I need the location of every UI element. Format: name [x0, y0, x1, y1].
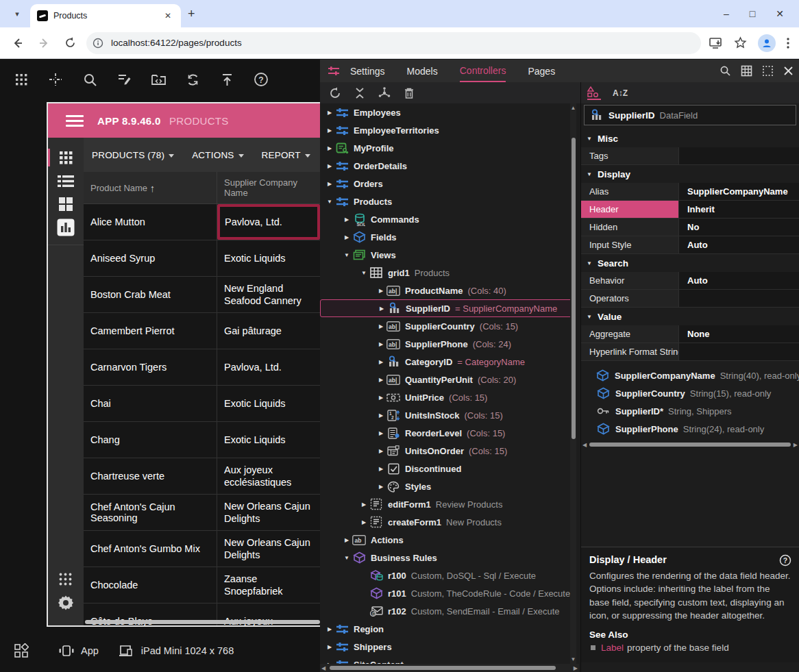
- tree-node-products[interactable]: ▼Products: [320, 192, 574, 210]
- column-header-product-name[interactable]: Product Name ↑: [84, 172, 217, 203]
- tree-node-employeeterritories[interactable]: ▶EmployeeTerritories: [320, 121, 574, 139]
- device-preset-icon[interactable]: [118, 644, 136, 658]
- expand-arrow-icon[interactable]: ▶: [376, 323, 386, 329]
- alphabetical-view-icon[interactable]: A↕Z: [613, 88, 628, 98]
- tab-close-icon[interactable]: ✕: [162, 10, 174, 22]
- help-question-icon[interactable]: ?: [779, 554, 791, 567]
- expand-arrow-icon[interactable]: ▼: [341, 555, 352, 561]
- base-field-supplierid-[interactable]: SupplierID*String, Shippers: [581, 402, 799, 420]
- designer-tab-models[interactable]: Models: [407, 60, 438, 82]
- apps-dashboard-icon[interactable]: [11, 643, 32, 658]
- tree-node-sitecontent[interactable]: ▶SiteContent: [320, 656, 574, 664]
- column-header-supplier[interactable]: Supplier Company Name: [217, 172, 320, 203]
- table-row[interactable]: ChaiExotic Liquids: [84, 386, 320, 422]
- property-value[interactable]: No: [679, 219, 799, 236]
- table-row[interactable]: Carnarvon TigersPavlova, Ltd.: [84, 349, 320, 386]
- tree-node-editform1[interactable]: ▶editForm1Review Products: [320, 495, 574, 513]
- settings-gear-icon[interactable]: [52, 591, 79, 614]
- refresh-icon[interactable]: [328, 86, 342, 100]
- designer-search-icon[interactable]: [720, 65, 731, 77]
- app-mode-label[interactable]: App: [81, 645, 99, 656]
- table-row[interactable]: ChangExotic Liquids: [84, 422, 320, 458]
- table-row[interactable]: Chef Anton's Gumbo MixNew Orleans Cajun …: [84, 531, 320, 567]
- designer-close-icon[interactable]: [783, 66, 794, 76]
- expand-arrow-icon[interactable]: ▶: [376, 341, 386, 347]
- section-search[interactable]: ▼Search: [581, 254, 799, 272]
- expand-arrow-icon[interactable]: ▼: [341, 252, 352, 258]
- tree-node-styles[interactable]: ▶Styles: [320, 477, 574, 495]
- tree-node-commands[interactable]: ▶SQLCommands: [320, 210, 574, 228]
- new-tab-button[interactable]: +: [188, 7, 195, 21]
- search-icon[interactable]: [81, 71, 99, 88]
- expand-arrow-icon[interactable]: ▶: [358, 501, 369, 508]
- base-field-suppliercompanyname[interactable]: SupplierCompanyNameString(40), read-only: [581, 366, 799, 384]
- expand-arrow-icon[interactable]: ▶: [376, 484, 386, 490]
- property-row-input-style[interactable]: Input StyleAuto: [581, 236, 799, 254]
- menu-report[interactable]: REPORT: [262, 150, 310, 160]
- tree-node-r102[interactable]: @r102Custom, SendEmail - Email / Execute: [320, 602, 574, 620]
- section-misc[interactable]: ▼Misc: [581, 129, 799, 147]
- folder-code-icon[interactable]: [149, 71, 167, 88]
- section-collapse-icon[interactable]: ▼: [581, 260, 598, 266]
- expand-arrow-icon[interactable]: ▶: [341, 216, 352, 223]
- browser-tab[interactable]: Products ✕: [30, 4, 181, 27]
- profile-avatar[interactable]: [758, 34, 776, 52]
- section-collapse-icon[interactable]: ▼: [581, 314, 598, 320]
- expand-arrow-icon[interactable]: ▶: [324, 145, 335, 151]
- maximize-button[interactable]: □: [750, 8, 755, 19]
- base-field-supplierphone[interactable]: SupplierPhoneString(24), read-only: [581, 420, 799, 438]
- tree-node-grid1[interactable]: ▼grid1Products: [320, 264, 574, 282]
- tree-node-actions[interactable]: ▶abActions: [320, 531, 574, 549]
- tree-node-employees[interactable]: ▶Employees: [320, 103, 574, 121]
- expand-arrow-icon[interactable]: ▶: [376, 288, 386, 294]
- forward-button[interactable]: [36, 35, 52, 51]
- expand-arrow-icon[interactable]: ▶: [376, 448, 386, 454]
- tree-node-orders[interactable]: ▶Orders: [320, 175, 574, 192]
- tree-node-discontinued[interactable]: ▶Discontinued: [320, 460, 574, 477]
- property-value[interactable]: Inherit: [679, 201, 799, 218]
- table-row[interactable]: Aniseed SyrupExotic Liquids: [84, 240, 320, 277]
- designer-tab-settings[interactable]: Settings: [350, 60, 385, 82]
- table-row[interactable]: Chef Anton's Cajun SeasoningNew Orleans …: [84, 495, 320, 531]
- expand-arrow-icon[interactable]: ▶: [324, 163, 335, 169]
- nav-list-view-icon[interactable]: [52, 169, 79, 192]
- expand-arrow-icon[interactable]: ▶: [376, 306, 387, 312]
- tree-node-views[interactable]: ▼Views: [320, 246, 574, 264]
- table-row[interactable]: Alice MuttonPavlova, Ltd.: [84, 204, 320, 240]
- tree-node-orderdetails[interactable]: ▶OrderDetails: [320, 157, 574, 175]
- property-row-header[interactable]: HeaderInherit: [581, 201, 799, 219]
- menu-products-78[interactable]: PRODUCTS (78): [92, 150, 174, 160]
- expand-arrow-icon[interactable]: ▶: [376, 412, 386, 419]
- designer-table-view-icon[interactable]: [741, 65, 752, 77]
- hamburger-menu-icon[interactable]: [66, 112, 84, 129]
- close-button[interactable]: ✕: [776, 8, 784, 19]
- tree-node-createform1[interactable]: ▶createForm1New Products: [320, 513, 574, 531]
- expand-arrow-icon[interactable]: ▶: [324, 127, 335, 134]
- expand-arrow-icon[interactable]: ▼: [324, 199, 335, 205]
- preview-horizontal-scrollbar[interactable]: [85, 620, 320, 624]
- nav-chart-view-icon[interactable]: [52, 216, 79, 239]
- apps-grid-icon[interactable]: [12, 71, 30, 88]
- tree-node-shippers[interactable]: ▶Shippers: [320, 638, 574, 656]
- tree-horizontal-scrollbar[interactable]: ◀ ▶: [320, 664, 579, 672]
- expand-arrow-icon[interactable]: ▶: [376, 377, 386, 383]
- tree-node-reorderlevel[interactable]: ▶ReorderLevel(Cols: 15): [320, 424, 574, 442]
- url-text[interactable]: localhost:64122/pages/products: [111, 38, 242, 48]
- expand-arrow-icon[interactable]: ▶: [358, 519, 369, 525]
- section-value[interactable]: ▼Value: [581, 308, 799, 325]
- address-bar[interactable]: localhost:64122/pages/products: [86, 32, 701, 54]
- back-button[interactable]: [10, 35, 26, 51]
- install-app-icon[interactable]: [709, 37, 723, 49]
- section-collapse-icon[interactable]: ▼: [581, 136, 598, 142]
- nav-cards-view-icon[interactable]: [52, 192, 79, 216]
- base-field-suppliercountry[interactable]: SupplierCountryString(15), read-only: [581, 384, 799, 402]
- property-value[interactable]: Auto: [679, 272, 799, 289]
- tree-node-productname[interactable]: ▶ab|ProductName(Cols: 40): [320, 282, 574, 299]
- menu-actions[interactable]: ACTIONS: [192, 150, 243, 160]
- publish-icon[interactable]: [218, 71, 236, 88]
- expand-arrow-icon[interactable]: ▶: [341, 537, 352, 543]
- expand-arrow-icon[interactable]: ▶: [324, 181, 335, 187]
- sync-icon[interactable]: [184, 71, 201, 88]
- device-preset-label[interactable]: iPad Mini 1024 x 768: [141, 645, 234, 656]
- tree-node-supplierphone[interactable]: ▶ab|SupplierPhone(Cols: 24): [320, 335, 574, 353]
